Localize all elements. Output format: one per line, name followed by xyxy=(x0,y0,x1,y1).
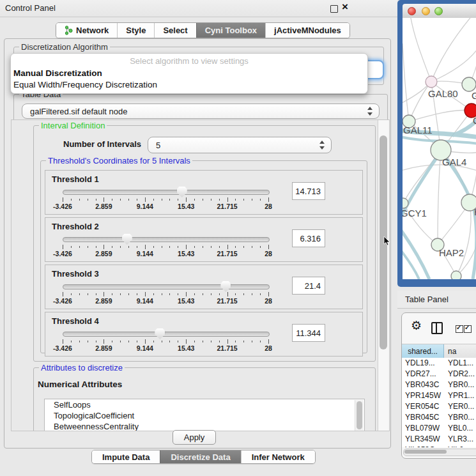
table-row[interactable]: YDL19... YDL1... xyxy=(402,358,476,369)
close-icon[interactable]: × xyxy=(342,1,348,13)
tick-mark xyxy=(104,245,104,249)
threshold-slider-track[interactable] xyxy=(63,332,270,337)
gear-icon[interactable]: ⚙ xyxy=(411,318,422,333)
threshold-slider-handle[interactable] xyxy=(155,328,165,339)
tick-mark xyxy=(194,341,195,342)
tick-label: 21.715 xyxy=(217,344,238,352)
tick-mark xyxy=(63,197,63,202)
network-node[interactable] xyxy=(426,76,437,88)
table-row[interactable]: YBL079W YBL0... xyxy=(402,423,476,434)
tick-mark xyxy=(112,246,112,248)
network-window[interactable]: GAL80 GA C GAL11 GAL4 GCY1 H HAP2 xyxy=(397,0,476,287)
network-node[interactable] xyxy=(451,271,461,279)
red-traffic-light[interactable] xyxy=(408,7,416,15)
tick-mark xyxy=(260,293,261,295)
cell-name: YBL0... xyxy=(444,423,476,434)
tick-mark xyxy=(243,293,244,295)
columns-icon[interactable] xyxy=(431,322,443,334)
threshold-value-field[interactable]: 11.344 xyxy=(292,324,325,342)
checkbox-checked-icon[interactable] xyxy=(456,325,463,333)
settings-scroll-area: Interval Definition Number of Intervals … xyxy=(11,119,390,431)
group-title: Attributes to discretize xyxy=(39,363,125,372)
tick-mark xyxy=(203,293,203,295)
table-header-row: shared... na xyxy=(402,344,476,358)
cell-shared-name: YBR045C xyxy=(402,412,444,423)
tick-mark xyxy=(268,197,269,202)
threshold-value-field[interactable]: 21.4 xyxy=(292,277,325,295)
float-icon[interactable] xyxy=(330,5,338,13)
tick-mark xyxy=(88,293,88,295)
tick-mark xyxy=(96,199,96,201)
tick-mark xyxy=(120,246,121,248)
tick-mark xyxy=(63,292,63,296)
num-intervals-combobox[interactable]: 5 xyxy=(148,137,332,153)
tick-mark xyxy=(169,293,170,295)
table-row[interactable]: YPR145W YPR1... xyxy=(402,390,476,401)
tick-mark xyxy=(79,293,80,295)
tick-mark xyxy=(203,341,203,342)
table-data-combobox[interactable]: galFiltered.sif default node xyxy=(22,104,380,119)
tick-mark xyxy=(186,339,187,344)
column-header-name[interactable]: na xyxy=(444,344,476,358)
threshold-label: Threshold 2 xyxy=(52,222,99,231)
tab-impute-data[interactable]: Impute Data xyxy=(92,450,160,463)
tick-mark xyxy=(112,199,112,201)
network-canvas[interactable]: GAL80 GA C GAL11 GAL4 GCY1 H HAP2 xyxy=(403,18,476,279)
tick-mark xyxy=(227,339,228,344)
list-item[interactable]: SelfLoops xyxy=(45,399,364,410)
threshold-slider-handle[interactable] xyxy=(122,234,132,245)
tab-jactivemnodules[interactable]: jActiveMNodules xyxy=(265,23,349,38)
threshold-slider-track[interactable] xyxy=(63,237,270,242)
threshold-slider-handle[interactable] xyxy=(177,187,187,197)
tick-mark xyxy=(162,293,162,295)
popup-item-manual-discretization[interactable]: Manual Discretization xyxy=(13,68,102,78)
tab-select[interactable]: Select xyxy=(154,23,196,38)
scrollbar-thumb[interactable] xyxy=(357,401,362,429)
numerical-attributes-list: SelfLoops TopologicalCoefficient Between… xyxy=(44,399,365,431)
attributes-list-scrollbar[interactable] xyxy=(355,400,364,431)
threshold-slider-track[interactable] xyxy=(63,190,270,195)
tick-mark xyxy=(219,293,220,295)
attributes-group: Attributes to discretize Numerical Attri… xyxy=(33,367,376,431)
cell-name: YBR0... xyxy=(444,412,476,423)
tab-style[interactable]: Style xyxy=(117,23,154,38)
network-node[interactable] xyxy=(462,77,476,91)
table-row[interactable]: YIL053C YIL0... xyxy=(402,445,476,447)
tick-mark xyxy=(145,292,146,296)
tab-infer-network[interactable]: Infer Network xyxy=(241,450,315,463)
settings-vertical-scrollbar[interactable] xyxy=(378,120,389,431)
table-row[interactable]: YLR345W YLR3... xyxy=(402,434,476,445)
table-row[interactable]: YBR043C YBR0... xyxy=(402,380,476,390)
tick-label: 9.144 xyxy=(137,344,153,352)
num-intervals-label: Number of Intervals xyxy=(63,139,141,149)
tick-mark xyxy=(203,246,203,248)
tab-network[interactable]: Network xyxy=(56,23,117,38)
tick-mark xyxy=(235,246,236,248)
tick-mark xyxy=(252,246,252,248)
popup-item-equal-width-frequency[interactable]: Equal Width/Frequency Discretization xyxy=(13,80,157,89)
cell-shared-name: YIL053C xyxy=(402,445,444,447)
tab-cyni-toolbox[interactable]: Cyni Toolbox xyxy=(196,23,265,38)
threshold-slider-track[interactable] xyxy=(63,284,270,289)
table-row[interactable]: YBR045C YBR0... xyxy=(402,412,476,423)
yellow-traffic-light[interactable] xyxy=(422,7,430,15)
scrollbar-thumb[interactable] xyxy=(404,450,447,454)
cell-name: YPR1... xyxy=(444,390,476,401)
threshold-slider-handle[interactable] xyxy=(220,281,231,292)
cell-shared-name: YDR27... xyxy=(402,369,444,380)
table-row[interactable]: YDR27... YDR2... xyxy=(402,369,476,380)
tick-label: 28 xyxy=(265,250,272,257)
table-horizontal-scrollbar[interactable] xyxy=(403,449,476,456)
threshold-value-field[interactable]: 6.316 xyxy=(292,229,325,247)
threshold-value-field[interactable]: 14.713 xyxy=(292,182,325,200)
table-row[interactable]: YER054C YER0... xyxy=(402,401,476,412)
green-traffic-light[interactable] xyxy=(434,7,443,15)
tick-mark xyxy=(252,293,252,295)
apply-button[interactable]: Apply xyxy=(173,430,216,445)
tick-mark xyxy=(252,199,252,201)
checkbox-checked-icon[interactable] xyxy=(464,325,472,333)
tick-label: 21.715 xyxy=(217,297,238,305)
column-header-shared-name[interactable]: shared... xyxy=(402,344,444,358)
list-item[interactable]: TopologicalCoefficient xyxy=(45,410,364,421)
tab-discretize-data[interactable]: Discretize Data xyxy=(160,450,240,463)
